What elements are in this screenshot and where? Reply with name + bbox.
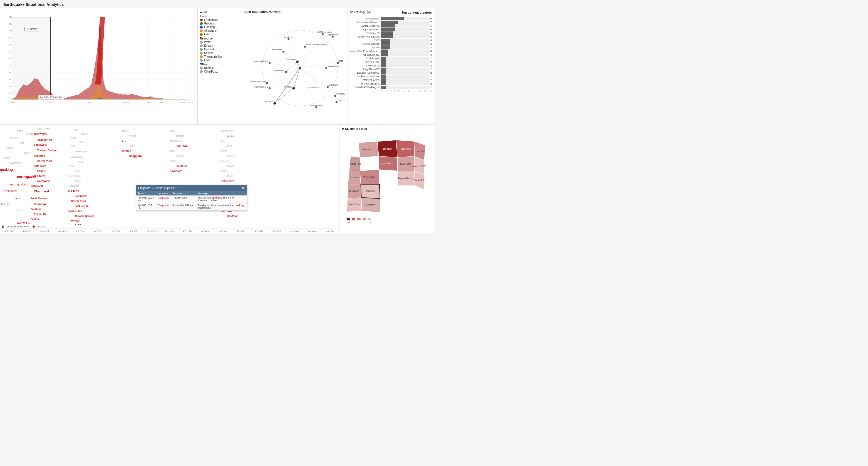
legend-flooding[interactable]: Flooding [200, 26, 240, 29]
svg-line-62 [300, 68, 335, 96]
svg-text:Old Town: Old Town [382, 148, 392, 150]
creators-bar-chart: Syndicated4 10 JordanWantsBacon1 7 Canto… [350, 17, 432, 89]
svg-text:3333: 3333 [339, 60, 343, 62]
svg-text:Broadview: Broadview [349, 190, 360, 192]
row-time: April 06, 10:04 PM [136, 195, 156, 203]
svg-text:cantoncoordon2: cantoncoordon2 [338, 99, 345, 101]
bar-fill [381, 42, 390, 45]
bar-value: 4 [430, 46, 432, 49]
legend-event-label: Event [200, 15, 208, 18]
legend-earthquake[interactable]: Earthquake [200, 18, 240, 22]
svg-point-88 [299, 67, 301, 69]
legend-location: location [38, 225, 46, 228]
map-title: ◆ St. Himark Map [342, 127, 432, 130]
legend-transportation[interactable]: Transportation [200, 55, 240, 58]
bar-fill [381, 79, 385, 82]
bar-value: 7 [430, 21, 432, 24]
himark-map[interactable]: Northwest Palace Hills Old Town Safe Tow… [342, 132, 432, 228]
bar-row: Opportunities2 6 [350, 28, 432, 31]
bar-track [381, 46, 430, 49]
bar-fill [381, 53, 388, 57]
map-diamond-icon: ◆ [342, 127, 344, 130]
legend-cooccurrence: co-occurrence words [7, 225, 30, 228]
bar-label: JordanWantsBacon [350, 35, 381, 38]
svg-text:Mon 06: Mon 06 [9, 101, 16, 104]
svg-text:syndicated5: syndicated5 [272, 49, 282, 51]
bar-row: CraigDog26 2 [350, 57, 432, 60]
bar-fill [381, 35, 393, 38]
legend-otherposts[interactable]: OtherPosts [200, 70, 240, 73]
svg-point-72 [332, 36, 334, 37]
svg-text:Southton: Southton [366, 204, 375, 206]
col-message: Message [196, 191, 247, 195]
svg-marker-38 [95, 17, 105, 85]
svg-text:100: 100 [9, 30, 12, 32]
legend-aftershock[interactable]: Aftershock [200, 29, 240, 32]
popup-close-button[interactable]: ✕ [242, 186, 244, 190]
range-input[interactable] [367, 10, 378, 14]
popup-title: Chapparal - Number of posts: 2 [138, 187, 177, 190]
svg-point-84 [327, 86, 329, 88]
row-message: After all that quaking, it's time to dow… [196, 195, 247, 203]
svg-rect-141 [347, 218, 350, 220]
svg-text:50: 50 [9, 64, 11, 67]
svg-text:West Parton: West Parton [363, 176, 375, 178]
legend-grounds[interactable]: Grounds [200, 22, 240, 25]
time-series-chart[interactable]: 120 110 100 90 80 70 60 50 40 30 20 10 0 [2, 10, 195, 104]
bar-track [381, 60, 430, 64]
bar-value: 5 [430, 35, 432, 38]
legend-energy[interactable]: Energy [200, 44, 240, 47]
bar-track [381, 53, 430, 57]
svg-text:lazybread55: lazybread55 [264, 100, 274, 102]
legend-fire[interactable]: Fire [200, 33, 240, 36]
bar-label: Syndicated5 [350, 32, 381, 34]
legend-shelter[interactable]: Shelter [200, 52, 240, 55]
bar-fill [381, 64, 385, 67]
network-panel: User Interaction Network [242, 8, 348, 124]
bar-row: 3333 4 [350, 39, 432, 42]
app-container: Earthquake Situational Analytics 19 hour… [0, 0, 434, 233]
row-location: Chapparal [156, 203, 171, 211]
chart-annotation: 19 hours [25, 27, 39, 31]
svg-line-61 [293, 68, 300, 88]
svg-text:40: 40 [9, 71, 11, 74]
legend-food[interactable]: Food [200, 59, 240, 62]
legend-resource-section: Resource [200, 37, 240, 40]
bar-label: Syndicated4 [350, 17, 381, 20]
svg-point-78 [285, 71, 287, 73]
bar-label: LazyPBread55 [350, 68, 381, 71]
creators-title: Top content creators [401, 11, 432, 14]
network-graph[interactable]: tonyeterson ruth1996washington opportuni… [244, 14, 345, 109]
bar-row: Syndicated4 10 [350, 17, 432, 20]
svg-point-79 [325, 67, 327, 69]
svg-text:jordanwantsbacon: jordanwantsbacon [254, 60, 269, 62]
svg-text:Northwest: Northwest [362, 148, 372, 151]
col-location: Location [156, 191, 171, 195]
legend-other-section: Other [200, 63, 240, 66]
svg-line-63 [300, 68, 328, 87]
bar-fill [381, 21, 398, 24]
svg-line-51 [300, 36, 333, 68]
svg-text:30: 30 [9, 79, 11, 81]
legend-water[interactable]: Water [200, 40, 240, 44]
legend-rumble[interactable]: Rumble [200, 66, 240, 69]
svg-text:edward_alston1985: edward_alston1985 [250, 81, 266, 83]
bar-row: Syndicated5 5 [350, 31, 432, 35]
svg-rect-142 [352, 218, 355, 220]
bar-track [381, 64, 430, 67]
svg-rect-145 [368, 218, 371, 220]
svg-text:Easton: Easton [417, 150, 424, 153]
bar-fill [381, 68, 385, 71]
svg-point-81 [269, 87, 271, 89]
bar-fill [381, 86, 385, 89]
legend-all[interactable]: ◆ All [200, 10, 240, 13]
svg-text:12 PM: 12 PM [48, 101, 53, 104]
svg-text:Tue 07: Tue 07 [86, 101, 92, 104]
svg-text:East Parton: East Parton [400, 163, 411, 165]
bar-fill [381, 71, 385, 74]
chart-tooltip: April 06, 2:00:00 PM [38, 95, 64, 99]
legend-medical[interactable]: Medical [200, 48, 240, 51]
row-account: JordanWantsBacon [171, 203, 196, 211]
bar-value: 2 [430, 61, 432, 63]
bar-label: TonyPeterson [350, 61, 381, 63]
